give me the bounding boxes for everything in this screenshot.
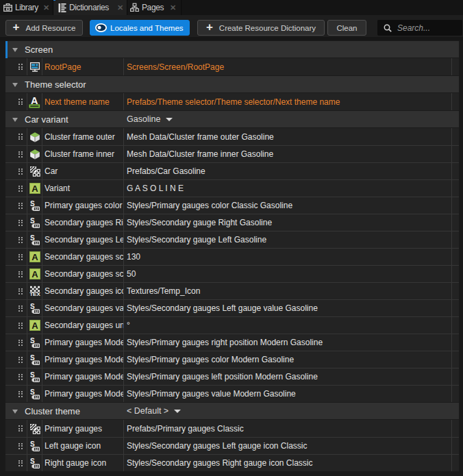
svg-text:S: S: [30, 354, 35, 362]
svg-text:A: A: [32, 321, 38, 331]
svg-text:S: S: [30, 200, 35, 208]
svg-text:S: S: [30, 234, 35, 242]
svg-text:TEX: TEX: [29, 291, 40, 297]
svg-text:S: S: [30, 388, 35, 396]
svg-text:A: A: [32, 269, 38, 279]
svg-text:S: S: [30, 303, 35, 310]
svg-text:A: A: [32, 184, 38, 194]
svg-text:S: S: [30, 371, 35, 379]
svg-text:S: S: [30, 458, 35, 465]
svg-text:S: S: [30, 440, 35, 448]
svg-text:S: S: [30, 217, 35, 225]
svg-text:A: A: [32, 252, 38, 262]
svg-text:S: S: [30, 337, 35, 345]
